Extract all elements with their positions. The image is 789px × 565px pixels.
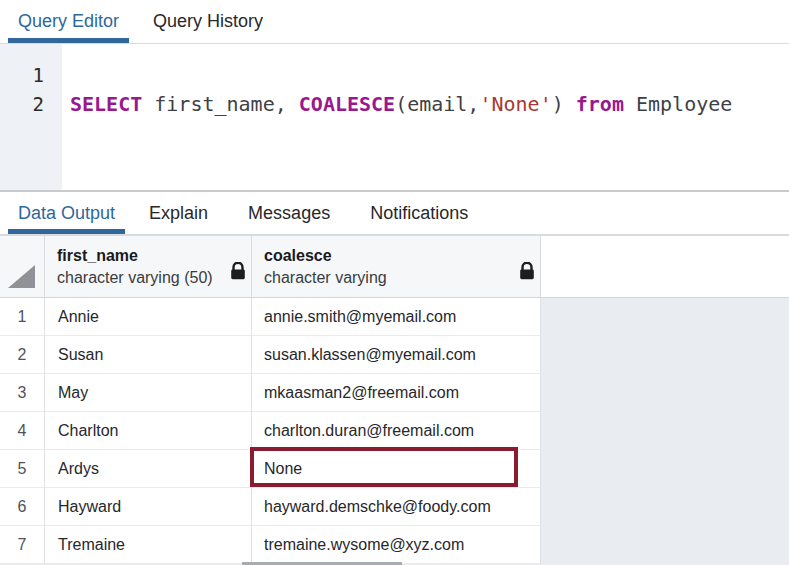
coalesce-cell[interactable]: charlton.duran@freemail.com	[252, 412, 541, 450]
column-type: character varying (50)	[57, 267, 239, 289]
sql-keyword: from	[576, 92, 624, 116]
tab-data-output[interactable]: Data Output	[8, 192, 125, 234]
tab-query-history[interactable]: Query History	[137, 0, 279, 43]
sql-string: 'None'	[479, 92, 551, 116]
row-number-cell[interactable]: 2	[0, 336, 45, 374]
tab-messages[interactable]: Messages	[232, 192, 346, 234]
lock-icon	[519, 262, 535, 284]
sql-text: Employee	[624, 92, 732, 116]
row-number-cell[interactable]: 1	[0, 298, 45, 336]
sql-keyword: COALESCE	[299, 92, 395, 116]
pgadmin-query-tool-window: Query Editor Query History 1 2 SELECT fi…	[0, 0, 789, 565]
first-name-cell[interactable]: Annie	[45, 298, 252, 336]
first-name-cell[interactable]: Ardys	[45, 450, 252, 488]
column-type: character varying	[264, 267, 528, 289]
row-number-cell[interactable]: 6	[0, 488, 45, 526]
line-number: 1	[0, 64, 44, 86]
tab-explain[interactable]: Explain	[133, 192, 224, 234]
sql-text: first_name,	[142, 92, 299, 116]
header-filler	[541, 236, 789, 298]
table-row: 2 Susan susan.klassen@myemail.com	[0, 336, 789, 374]
tab-notifications[interactable]: Notifications	[354, 192, 484, 234]
table-row: 5 Ardys None	[0, 450, 789, 488]
sql-line-2: SELECT first_name, COALESCE(email,'None'…	[44, 92, 732, 116]
select-all-triangle-icon	[8, 265, 35, 288]
table-row: 3 May mkaasman2@freemail.com	[0, 374, 789, 412]
row-number-cell[interactable]: 5	[0, 450, 45, 488]
first-name-cell[interactable]: Charlton	[45, 412, 252, 450]
column-header-first-name[interactable]: first_name character varying (50)	[45, 236, 252, 298]
coalesce-cell[interactable]: hayward.demschke@foody.com	[252, 488, 541, 526]
first-name-cell[interactable]: Hayward	[45, 488, 252, 526]
table-row: 4 Charlton charlton.duran@freemail.com	[0, 412, 789, 450]
code-line-2: 2 SELECT first_name, COALESCE(email,'Non…	[0, 89, 789, 118]
column-name: coalesce	[264, 245, 528, 267]
select-all-cell[interactable]	[0, 236, 45, 298]
column-header-coalesce[interactable]: coalesce character varying	[252, 236, 541, 298]
row-number-cell[interactable]: 7	[0, 526, 45, 564]
sql-text: )	[552, 92, 576, 116]
row-number-cell[interactable]: 4	[0, 412, 45, 450]
first-name-cell[interactable]: Tremaine	[45, 526, 252, 564]
code-lines: 1 2 SELECT first_name, COALESCE(email,'N…	[0, 60, 789, 118]
editor-tabbar: Query Editor Query History	[0, 0, 789, 44]
sql-editor[interactable]: 1 2 SELECT first_name, COALESCE(email,'N…	[0, 44, 789, 190]
first-name-cell[interactable]: May	[45, 374, 252, 412]
output-tabbar: Data Output Explain Messages Notificatio…	[0, 192, 789, 235]
tab-query-editor[interactable]: Query Editor	[8, 0, 129, 43]
data-output-grid: first_name character varying (50) coales…	[0, 235, 789, 565]
line-number: 2	[0, 93, 44, 115]
table-row: 6 Hayward hayward.demschke@foody.com	[0, 488, 789, 526]
grid-body: 1 Annie annie.smith@myemail.com 2 Susan …	[0, 298, 789, 564]
code-line-1: 1	[0, 60, 789, 89]
first-name-cell[interactable]: Susan	[45, 336, 252, 374]
table-row: 1 Annie annie.smith@myemail.com	[0, 298, 789, 336]
column-name: first_name	[57, 245, 239, 267]
sql-keyword: SELECT	[70, 92, 142, 116]
row-number-cell[interactable]: 3	[0, 374, 45, 412]
coalesce-cell[interactable]: susan.klassen@myemail.com	[252, 336, 541, 374]
coalesce-cell[interactable]: annie.smith@myemail.com	[252, 298, 541, 336]
coalesce-null-cell[interactable]: None	[252, 450, 541, 488]
coalesce-cell[interactable]: mkaasman2@freemail.com	[252, 374, 541, 412]
grid-header-row: first_name character varying (50) coales…	[0, 236, 789, 298]
coalesce-cell[interactable]: tremaine.wysome@xyz.com	[252, 526, 541, 564]
lock-icon	[230, 262, 246, 284]
table-row: 7 Tremaine tremaine.wysome@xyz.com	[0, 526, 789, 564]
sql-text: (email,	[395, 92, 479, 116]
